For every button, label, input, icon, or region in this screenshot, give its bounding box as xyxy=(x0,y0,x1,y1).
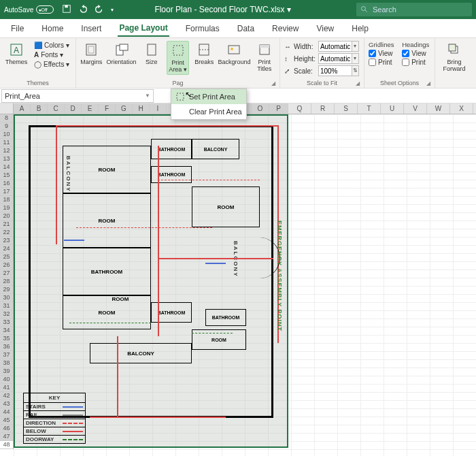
tab-data[interactable]: Data xyxy=(236,21,256,36)
scale-input[interactable] xyxy=(318,65,352,76)
row-header-30[interactable]: 30 xyxy=(0,294,13,302)
width-input[interactable] xyxy=(318,41,352,52)
tab-file[interactable]: File xyxy=(10,21,25,36)
row-header-36[interactable]: 36 xyxy=(0,343,13,351)
col-header-U[interactable]: U xyxy=(381,103,404,114)
print-titles-button[interactable]: Print Titles xyxy=(253,41,275,74)
col-header-Q[interactable]: Q xyxy=(288,103,311,114)
height-dropdown[interactable]: ▾ xyxy=(352,53,359,64)
row-header-21[interactable]: 21 xyxy=(0,221,13,229)
row-header-35[interactable]: 35 xyxy=(0,335,13,343)
row-header-48[interactable]: 48 xyxy=(0,441,13,449)
row-header-33[interactable]: 33 xyxy=(0,319,13,327)
row-header-28[interactable]: 28 xyxy=(0,278,13,286)
col-header-B[interactable]: B xyxy=(31,103,48,114)
page-setup-launcher[interactable]: ◢ xyxy=(271,80,275,86)
autosave-switch[interactable]: ● Off xyxy=(36,5,54,14)
col-header-C[interactable]: C xyxy=(48,103,65,114)
row-header-32[interactable]: 32 xyxy=(0,310,13,319)
clear-print-area-item[interactable]: Clear Print Area xyxy=(171,104,246,119)
col-header-D[interactable]: D xyxy=(65,103,82,114)
row-header-14[interactable]: 14 xyxy=(0,163,13,172)
col-header-G[interactable]: G xyxy=(116,103,133,114)
colors-button[interactable]: 🟦Colors ▾ xyxy=(33,41,71,50)
headings-view-checkbox[interactable]: View xyxy=(402,50,430,57)
row-header-37[interactable]: 37 xyxy=(0,351,13,359)
document-title[interactable]: Floor Plan - Second Floor TWC.xlsx ▾ xyxy=(154,5,291,14)
width-dropdown[interactable]: ▾ xyxy=(352,41,359,52)
margins-button[interactable]: Margins xyxy=(80,41,103,67)
breaks-button[interactable]: Breaks xyxy=(193,41,216,67)
headings-print-checkbox[interactable]: Print xyxy=(402,59,430,66)
scale-stepper[interactable]: ⇅ xyxy=(352,65,359,76)
background-button[interactable]: Background xyxy=(219,41,249,67)
col-header-W[interactable]: W xyxy=(427,103,450,114)
effects-button[interactable]: ◯Effects ▾ xyxy=(33,60,71,69)
col-header-R[interactable]: R xyxy=(311,103,335,114)
row-header-43[interactable]: 43 xyxy=(0,400,13,408)
tab-help[interactable]: Help xyxy=(350,21,370,36)
row-header-20[interactable]: 20 xyxy=(0,212,13,221)
scale-launcher[interactable]: ◢ xyxy=(356,80,360,86)
row-header-13[interactable]: 13 xyxy=(0,155,13,163)
tab-formulas[interactable]: Formulas xyxy=(184,21,221,36)
redo-icon[interactable] xyxy=(95,4,104,15)
row-header-27[interactable]: 27 xyxy=(0,270,13,278)
row-header-8[interactable]: 8 xyxy=(0,114,13,123)
bring-forward-button[interactable]: Bring Forward xyxy=(439,41,469,74)
themes-button[interactable]: A Themes xyxy=(4,41,29,67)
row-header-25[interactable]: 25 xyxy=(0,253,13,261)
gridlines-view-checkbox[interactable]: View xyxy=(369,50,395,57)
col-header-E[interactable]: E xyxy=(82,103,99,114)
row-header-47[interactable]: 47 xyxy=(0,433,13,441)
row-header-17[interactable]: 17 xyxy=(0,188,13,196)
col-header-I[interactable]: I xyxy=(150,103,167,114)
name-box[interactable]: Print_Area▼ xyxy=(1,89,154,103)
row-header-31[interactable]: 31 xyxy=(0,302,13,310)
row-header-11[interactable]: 11 xyxy=(0,139,13,147)
row-header-15[interactable]: 15 xyxy=(0,172,13,180)
tab-insert[interactable]: Insert xyxy=(80,21,103,36)
col-header-O[interactable]: O xyxy=(252,103,269,114)
fonts-button[interactable]: AFonts ▾ xyxy=(33,50,71,59)
col-header-F[interactable]: F xyxy=(99,103,116,114)
col-header-H[interactable]: H xyxy=(133,103,150,114)
row-header-10[interactable]: 10 xyxy=(0,131,13,139)
row-header-41[interactable]: 41 xyxy=(0,384,13,392)
row-header-29[interactable]: 29 xyxy=(0,286,13,294)
undo-icon[interactable] xyxy=(78,4,88,15)
row-header-23[interactable]: 23 xyxy=(0,237,13,245)
tab-home[interactable]: Home xyxy=(40,21,65,36)
height-input[interactable] xyxy=(318,53,352,64)
row-header-22[interactable]: 22 xyxy=(0,229,13,237)
col-header-T[interactable]: T xyxy=(358,103,381,114)
set-print-area-item[interactable]: Set Print Area xyxy=(171,89,246,104)
row-header-39[interactable]: 39 xyxy=(0,368,13,376)
sheet-options-launcher[interactable]: ◢ xyxy=(426,80,430,86)
col-header-V[interactable]: V xyxy=(404,103,427,114)
tab-review[interactable]: Review xyxy=(271,21,300,36)
save-icon[interactable] xyxy=(62,4,71,15)
orientation-button[interactable]: Orientation xyxy=(107,41,137,67)
worksheet-area[interactable]: ABCDEFGHIJKLMNOPQRSTUVWX 891011121314151… xyxy=(0,103,476,456)
row-header-40[interactable]: 40 xyxy=(0,376,13,384)
row-header-19[interactable]: 19 xyxy=(0,204,13,212)
select-all-corner[interactable] xyxy=(0,103,14,114)
gridlines-print-checkbox[interactable]: Print xyxy=(369,59,395,66)
col-header-X[interactable]: X xyxy=(450,103,473,114)
row-header-45[interactable]: 45 xyxy=(0,417,13,425)
row-header-26[interactable]: 26 xyxy=(0,261,13,270)
tab-page-layout[interactable]: Page Layout xyxy=(118,20,169,37)
row-header-24[interactable]: 24 xyxy=(0,245,13,253)
row-header-38[interactable]: 38 xyxy=(0,359,13,368)
size-button[interactable]: Size xyxy=(141,41,163,67)
autosave-toggle[interactable]: AutoSave ● Off xyxy=(4,5,54,14)
row-header-42[interactable]: 42 xyxy=(0,392,13,400)
row-header-34[interactable]: 34 xyxy=(0,327,13,335)
qat-dropdown-icon[interactable]: ▾ xyxy=(111,7,114,13)
row-header-18[interactable]: 18 xyxy=(0,196,13,204)
search-box[interactable]: Search xyxy=(356,3,472,16)
row-header-9[interactable]: 9 xyxy=(0,123,13,131)
col-header-A[interactable]: A xyxy=(14,103,31,114)
col-header-P[interactable]: P xyxy=(269,103,288,114)
